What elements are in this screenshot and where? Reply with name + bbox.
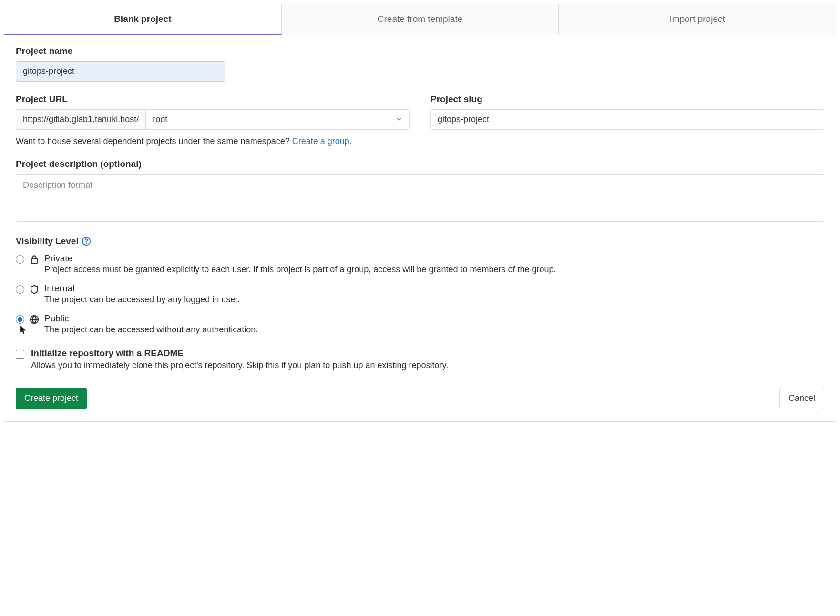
description-label: Project description (optional) bbox=[16, 159, 824, 169]
tabs: Blank project Create from template Impor… bbox=[4, 4, 836, 35]
svg-point-1 bbox=[86, 243, 87, 244]
new-project-panel: Blank project Create from template Impor… bbox=[4, 4, 836, 422]
project-name-input[interactable] bbox=[16, 61, 225, 82]
namespace-value: root bbox=[153, 114, 167, 124]
tab-blank-project[interactable]: Blank project bbox=[4, 4, 282, 35]
visibility-public-desc: The project can be accessed without any … bbox=[44, 325, 824, 335]
namespace-hint: Want to house several dependent projects… bbox=[16, 136, 824, 146]
globe-icon bbox=[29, 314, 40, 327]
visibility-options: Private Project access must be granted e… bbox=[16, 253, 824, 335]
readme-title: Initialize repository with a README bbox=[31, 348, 448, 359]
visibility-public-radio[interactable] bbox=[16, 315, 24, 324]
project-name-label: Project name bbox=[16, 46, 824, 56]
shield-icon bbox=[29, 284, 40, 297]
cancel-button[interactable]: Cancel bbox=[779, 388, 824, 409]
create-group-link[interactable]: Create a group. bbox=[292, 136, 352, 146]
visibility-public[interactable]: Public The project can be accessed witho… bbox=[16, 313, 824, 335]
namespace-hint-text: Want to house several dependent projects… bbox=[16, 136, 292, 146]
visibility-private-desc: Project access must be granted explicitl… bbox=[44, 265, 824, 275]
cursor-icon bbox=[20, 326, 27, 336]
project-url-prefix: https://gitlab.glab1.tanuki.host/ bbox=[16, 109, 145, 130]
svg-rect-2 bbox=[31, 259, 37, 264]
readme-checkbox[interactable] bbox=[16, 350, 24, 359]
project-slug-input[interactable] bbox=[430, 109, 824, 130]
form-actions: Create project Cancel bbox=[16, 388, 824, 409]
visibility-internal-radio[interactable] bbox=[16, 285, 24, 294]
tab-create-from-template[interactable]: Create from template bbox=[282, 4, 559, 35]
help-icon[interactable] bbox=[82, 236, 91, 246]
tab-import-project[interactable]: Import project bbox=[559, 4, 836, 35]
visibility-public-title: Public bbox=[44, 313, 824, 324]
project-url-label: Project URL bbox=[16, 94, 410, 104]
chevron-down-icon bbox=[396, 114, 402, 124]
visibility-internal-desc: The project can be accessed by any logge… bbox=[44, 295, 824, 305]
lock-icon bbox=[29, 254, 40, 267]
form-area: Project name Project URL https://gitlab.… bbox=[4, 35, 836, 421]
readme-desc: Allows you to immediately clone this pro… bbox=[31, 360, 448, 370]
visibility-internal[interactable]: Internal The project can be accessed by … bbox=[16, 283, 824, 305]
description-input[interactable] bbox=[16, 174, 824, 222]
visibility-private-title: Private bbox=[44, 253, 824, 264]
visibility-private-radio[interactable] bbox=[16, 255, 24, 264]
create-project-button[interactable]: Create project bbox=[16, 388, 87, 409]
namespace-select[interactable]: root bbox=[145, 109, 410, 130]
visibility-label: Visibility Level bbox=[16, 236, 824, 246]
visibility-private[interactable]: Private Project access must be granted e… bbox=[16, 253, 824, 275]
visibility-internal-title: Internal bbox=[44, 283, 824, 294]
readme-option[interactable]: Initialize repository with a README Allo… bbox=[16, 348, 824, 370]
visibility-label-text: Visibility Level bbox=[16, 236, 79, 246]
project-slug-label: Project slug bbox=[430, 94, 824, 104]
